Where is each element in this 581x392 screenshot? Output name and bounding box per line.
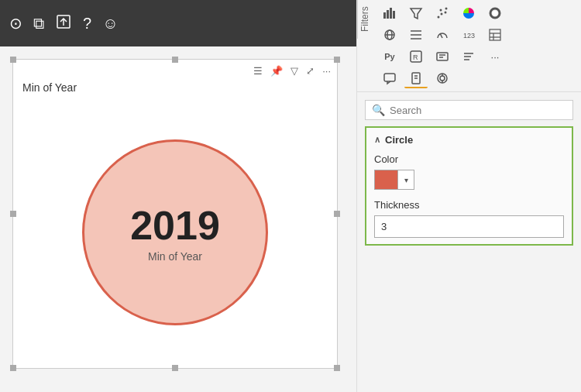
- bars-icon[interactable]: [457, 46, 480, 67]
- thickness-label: Thickness: [374, 199, 564, 211]
- hamburger-icon[interactable]: ☰: [253, 65, 263, 77]
- svg-point-13: [493, 11, 497, 15]
- svg-point-8: [441, 13, 443, 15]
- chart-container: 2019 Min of Year: [13, 97, 337, 368]
- right-panel: Filters: [356, 0, 581, 392]
- python-icon[interactable]: Py: [378, 46, 401, 67]
- funnel-icon[interactable]: [404, 3, 428, 23]
- circle-sub-label: Min of Year: [148, 250, 202, 263]
- resize-handle-tr[interactable]: [334, 57, 340, 63]
- emoji-icon[interactable]: ☺: [102, 15, 118, 33]
- expand-icon[interactable]: ⤢: [306, 65, 315, 77]
- scatter-icon[interactable]: [431, 3, 454, 23]
- lines-icon[interactable]: [404, 25, 428, 45]
- color-picker-row: ▾: [374, 170, 564, 190]
- help-icon[interactable]: ?: [83, 15, 91, 33]
- icons-row-4: [378, 68, 578, 88]
- main-toolbar: ⊙ ⧉ ? ☺: [0, 0, 356, 46]
- icon-rows: 123 Py R: [375, 0, 581, 88]
- right-icons-area: 123 Py R: [375, 0, 581, 88]
- svg-point-10: [445, 12, 447, 14]
- right-top: Filters: [357, 0, 581, 88]
- card-toolbar: ☰ 📌 ▽ ⤢ ···: [13, 60, 337, 81]
- search-icon: 🔍: [372, 104, 385, 116]
- canvas-area: ☰ 📌 ▽ ⤢ ··· Min of Year 2019 Min of Year: [0, 46, 356, 392]
- svg-text:R: R: [413, 53, 418, 61]
- svg-rect-22: [490, 29, 500, 40]
- svg-point-11: [445, 8, 448, 10]
- resize-handle-tl[interactable]: [10, 57, 16, 63]
- search-bar: 🔍: [365, 100, 573, 120]
- bar-chart-icon[interactable]: [378, 3, 401, 23]
- svg-rect-2: [383, 12, 386, 19]
- svg-marker-6: [411, 9, 421, 19]
- color-dropdown-button[interactable]: ▾: [397, 170, 414, 190]
- more-icon[interactable]: ···: [322, 65, 331, 77]
- svg-point-9: [440, 9, 442, 12]
- left-panel: ⊙ ⧉ ? ☺ ☰ 📌 ▽: [0, 0, 356, 392]
- filter-icon[interactable]: ▽: [290, 65, 298, 77]
- format-icon[interactable]: [404, 68, 428, 88]
- circle-section: ∧ Circle Color ▾ Thickness: [365, 126, 573, 246]
- circle-visual: 2019 Min of Year: [82, 139, 268, 325]
- pin-icon[interactable]: 📌: [270, 65, 283, 77]
- icons-row-3: Py R ···: [378, 46, 578, 67]
- color-swatch[interactable]: [374, 170, 397, 190]
- thickness-input[interactable]: [374, 215, 564, 238]
- analytics-icon[interactable]: [431, 68, 454, 88]
- number-icon[interactable]: 123: [457, 25, 480, 45]
- export-icon[interactable]: [55, 13, 72, 34]
- search-input[interactable]: [390, 105, 566, 116]
- r-icon[interactable]: R: [404, 46, 428, 67]
- svg-rect-5: [393, 11, 395, 19]
- visual-card: ☰ 📌 ▽ ⤢ ··· Min of Year 2019 Min of Year: [12, 59, 338, 369]
- gauge-icon[interactable]: [431, 25, 454, 45]
- icons-row-1: [378, 3, 578, 23]
- svg-rect-28: [437, 53, 448, 60]
- icons-row-2: 123: [378, 25, 578, 45]
- svg-point-7: [438, 16, 440, 19]
- filters-tab[interactable]: Filters: [357, 0, 372, 39]
- copy-icon[interactable]: ⧉: [33, 15, 44, 33]
- pie-chart-icon[interactable]: [457, 3, 480, 23]
- more-visuals-icon[interactable]: ···: [483, 46, 507, 67]
- svg-text:123: 123: [463, 32, 475, 40]
- chat-icon[interactable]: [378, 68, 401, 88]
- donut-icon[interactable]: [483, 3, 507, 23]
- circle-section-header: ∧ Circle: [374, 134, 564, 146]
- circle-section-title: Circle: [385, 134, 413, 146]
- svg-point-39: [440, 76, 445, 81]
- svg-rect-4: [390, 8, 392, 19]
- table-icon[interactable]: [483, 25, 507, 45]
- globe-icon[interactable]: [378, 25, 401, 45]
- chevron-up-icon[interactable]: ∧: [374, 135, 380, 145]
- card-title: Min of Year: [13, 81, 337, 97]
- svg-rect-3: [387, 10, 389, 19]
- circle-value: 2019: [130, 202, 220, 249]
- record-icon[interactable]: ⊙: [9, 14, 22, 33]
- smart-icon[interactable]: [431, 46, 454, 67]
- color-label: Color: [374, 153, 564, 165]
- resize-handle-tm[interactable]: [172, 57, 178, 63]
- svg-rect-34: [384, 74, 395, 81]
